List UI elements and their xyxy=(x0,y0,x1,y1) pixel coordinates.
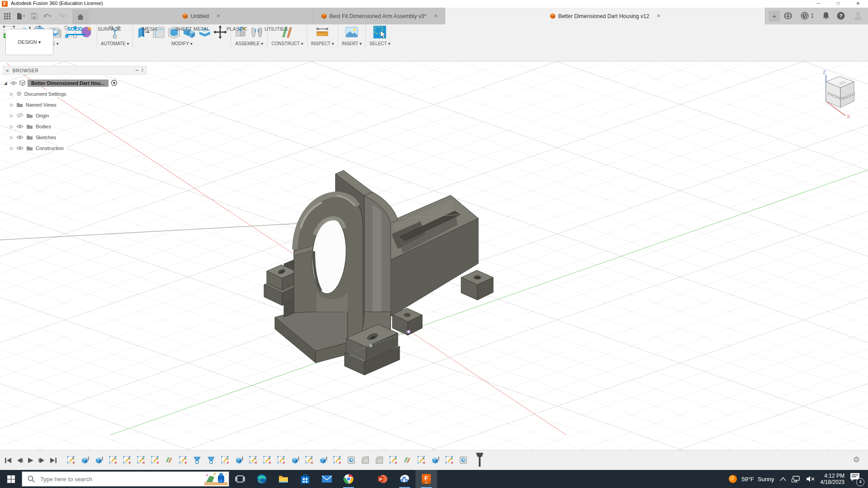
home-tab-button[interactable] xyxy=(72,9,89,24)
panel-handle-icon[interactable]: ‖ xyxy=(142,68,143,73)
collapse-panel-icon[interactable]: « xyxy=(6,67,9,74)
timeline-feature-extrude[interactable] xyxy=(81,456,89,464)
timeline-feature-sketch[interactable] xyxy=(151,456,159,464)
workspace-selector[interactable]: DESIGN ▾ xyxy=(5,29,53,55)
timeline-feature-sketch[interactable] xyxy=(389,456,397,464)
ribbon-tab-utilities[interactable]: UTILITIES xyxy=(264,26,288,32)
tray-chevron-icon[interactable] xyxy=(780,477,786,481)
extensions-button[interactable] xyxy=(783,10,793,21)
tab-untitled[interactable]: Untitled ✕ xyxy=(89,8,313,24)
ribbon-tab-solid[interactable]: SOLID xyxy=(67,26,83,32)
group-label-automate[interactable]: AUTOMATE ▾ xyxy=(101,41,129,46)
minimize-button[interactable]: ─ xyxy=(808,0,828,8)
group-label-select[interactable]: SELECT ▾ xyxy=(369,41,391,46)
browser-header[interactable]: « BROWSER − ‖ xyxy=(3,66,146,75)
timeline-feature-plane[interactable] xyxy=(403,456,411,464)
powerpoint-button[interactable]: P xyxy=(372,470,394,488)
timeline-feature-sketch[interactable] xyxy=(333,456,341,464)
ribbon-tab-plastic[interactable]: PLASTIC xyxy=(226,26,247,32)
timeline-feature-hole[interactable] xyxy=(347,456,355,464)
step-back-button[interactable] xyxy=(16,457,23,464)
browser-row-document-settings[interactable]: ▷ ⚙ Document Settings xyxy=(9,90,146,98)
close-button[interactable]: ✕ xyxy=(848,0,868,8)
timeline-feature-sketch[interactable] xyxy=(249,456,257,464)
group-label-modify[interactable]: MODIFY ▾ xyxy=(171,41,193,46)
chrome-button[interactable] xyxy=(338,470,359,488)
mail-button[interactable] xyxy=(316,470,338,488)
timeline-feature-revolve[interactable] xyxy=(207,456,215,464)
task-view-button[interactable] xyxy=(229,470,251,488)
collapsed-triangle-icon[interactable]: ▷ xyxy=(9,135,14,140)
eye-icon[interactable] xyxy=(16,124,24,129)
go-to-end-button[interactable] xyxy=(50,457,57,464)
timeline-feature-sketch[interactable] xyxy=(67,456,75,464)
panel-minus-icon[interactable]: − xyxy=(135,67,139,74)
timeline-feature-revolve[interactable] xyxy=(193,456,201,464)
browser-row-origin[interactable]: ▷ Origin xyxy=(9,112,146,119)
timeline-feature-extrude[interactable] xyxy=(319,456,327,464)
measure-icon[interactable] xyxy=(316,25,329,39)
timeline-feature-extrude[interactable] xyxy=(235,456,243,464)
eye-icon[interactable] xyxy=(10,81,17,85)
timeline-playhead[interactable] xyxy=(475,452,484,468)
timeline-feature-sketch[interactable] xyxy=(179,456,187,464)
volume-muted-icon[interactable] xyxy=(806,475,815,483)
timeline-feature-sketch[interactable] xyxy=(305,456,313,464)
fusion-360-button[interactable]: F 360 xyxy=(415,470,437,488)
timeline-feature-plane[interactable] xyxy=(165,456,173,464)
tab-close-icon[interactable]: ✕ xyxy=(216,13,220,19)
joint-icon[interactable] xyxy=(250,25,264,39)
weather-widget[interactable]: 59°F Sunny xyxy=(728,474,774,484)
timeline-feature-sketch[interactable] xyxy=(123,456,131,464)
clock-widget[interactable]: 4:12 PM 4/18/2023 xyxy=(821,473,844,485)
timeline-feature-sketch[interactable] xyxy=(277,456,285,464)
account-button[interactable] xyxy=(853,10,863,21)
start-button[interactable] xyxy=(0,470,22,488)
browser-row-named-views[interactable]: ▷ Named Views xyxy=(9,101,146,108)
eye-icon[interactable] xyxy=(16,135,24,140)
timeline-feature-extrude[interactable] xyxy=(291,456,299,464)
insert-image-icon[interactable] xyxy=(345,25,359,39)
tab-dart-housing[interactable]: Better Dimensioned Dart Housing v12 ✕ xyxy=(445,8,765,24)
browser-row-bodies[interactable]: ▷ Bodies xyxy=(9,122,146,130)
go-to-start-button[interactable] xyxy=(5,457,12,464)
group-label-insert[interactable]: INSERT ▾ xyxy=(342,41,362,46)
timeline-feature-sketch[interactable] xyxy=(445,456,453,464)
search-input[interactable] xyxy=(39,475,203,483)
eye-icon[interactable] xyxy=(16,146,24,150)
move-icon[interactable] xyxy=(213,25,227,39)
step-forward-button[interactable] xyxy=(38,457,45,464)
collapsed-triangle-icon[interactable]: ▷ xyxy=(9,124,14,129)
file-explorer-button[interactable] xyxy=(273,470,294,488)
store-button[interactable] xyxy=(294,470,316,488)
save-button[interactable] xyxy=(31,8,38,24)
collapsed-triangle-icon[interactable]: ▷ xyxy=(9,103,14,107)
group-label-construct[interactable]: CONSTRUCT ▾ xyxy=(271,41,303,46)
timeline-feature-extrude[interactable] xyxy=(95,456,103,464)
redo-button[interactable]: ↷▾ xyxy=(59,8,67,24)
timeline-feature-extrude[interactable] xyxy=(431,456,439,464)
select-icon[interactable] xyxy=(373,25,387,39)
file-menu-button[interactable]: ▾ xyxy=(16,8,25,24)
new-tab-button[interactable]: + xyxy=(769,11,780,22)
expand-icon[interactable]: ◢ xyxy=(3,81,8,85)
timeline-feature-sketch[interactable] xyxy=(109,456,117,464)
job-status-button[interactable]: 1 xyxy=(798,10,816,21)
timeline-feature-fillet[interactable] xyxy=(375,456,383,464)
timeline-feature-sketch[interactable] xyxy=(137,456,145,464)
snipping-tool-button[interactable] xyxy=(394,470,415,488)
play-button[interactable] xyxy=(28,457,34,464)
tab-arm-assembly[interactable]: Best Fit Dimensioned Arm Assembly v3* ✕ xyxy=(313,8,446,24)
browser-row-sketches[interactable]: ▷ Sketches xyxy=(9,133,146,141)
network-icon[interactable] xyxy=(792,475,801,483)
group-label-inspect[interactable]: INSPECT ▾ xyxy=(311,41,334,46)
tab-close-icon[interactable]: ✕ xyxy=(656,13,660,19)
collapsed-triangle-icon[interactable]: ▷ xyxy=(9,113,14,118)
group-label-assemble[interactable]: ASSEMBLE ▾ xyxy=(236,41,264,46)
collapsed-triangle-icon[interactable]: ▷ xyxy=(9,92,14,96)
timeline-feature-sketch[interactable] xyxy=(417,456,425,464)
tab-close-icon[interactable]: ✕ xyxy=(434,13,438,19)
root-component-label[interactable]: Better Dimensioned Dart Hou... xyxy=(28,80,108,87)
timeline-feature-sketch[interactable] xyxy=(221,456,229,464)
edge-button[interactable] xyxy=(251,470,273,488)
